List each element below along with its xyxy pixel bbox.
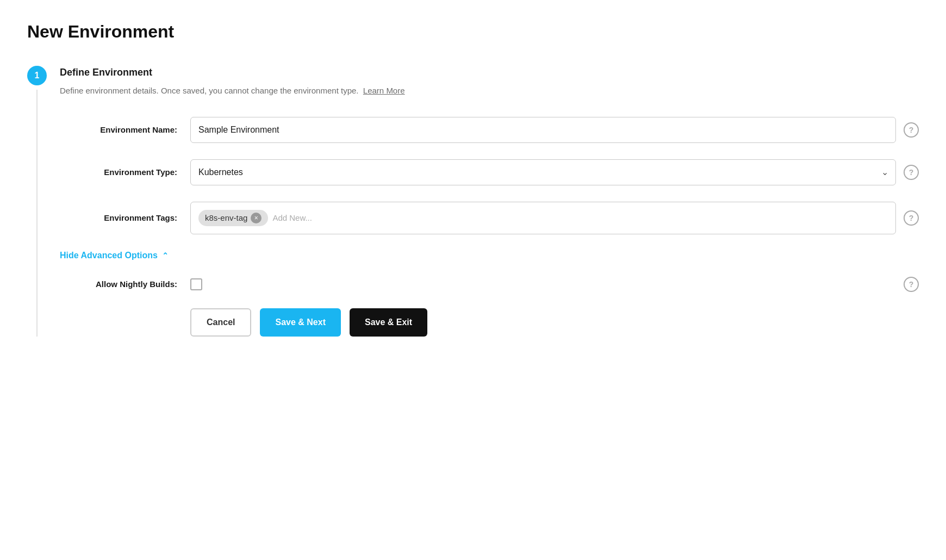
advanced-toggle-label: Hide Advanced Options [60,251,158,260]
cancel-button[interactable]: Cancel [190,308,251,337]
env-name-input[interactable] [190,117,896,143]
section-title: Define Environment [60,64,919,78]
nightly-builds-row: Allow Nightly Builds: ? [60,277,919,292]
env-tags-row: Environment Tags: k8s-env-tag × Add New.… [60,202,919,234]
chevron-up-icon: ⌃ [162,251,169,260]
env-name-help-icon[interactable]: ? [904,122,919,138]
nightly-builds-checkbox[interactable] [190,278,202,290]
step-circle: 1 [27,66,47,85]
page-title: New Environment [27,22,919,42]
nightly-builds-help-icon[interactable]: ? [904,277,919,292]
env-type-help-icon[interactable]: ? [904,165,919,180]
save-next-button[interactable]: Save & Next [260,308,341,337]
actions-row: Cancel Save & Next Save & Exit [60,308,919,337]
nightly-builds-checkbox-wrapper [190,278,202,290]
env-name-row: Environment Name: ? [60,117,919,143]
nightly-builds-label: Allow Nightly Builds: [60,279,190,289]
env-type-row: Environment Type: Kubernetes Docker Bare… [60,159,919,185]
tag-label: k8s-env-tag [205,213,247,222]
save-exit-button[interactable]: Save & Exit [350,308,427,337]
section-description: Define environment details. Once saved, … [60,85,919,97]
tag-add-placeholder: Add New... [272,213,312,222]
tag-remove-button[interactable]: × [251,213,262,223]
learn-more-link[interactable]: Learn More [363,86,405,95]
env-tags-input[interactable]: k8s-env-tag × Add New... [190,202,896,234]
env-tags-help-icon[interactable]: ? [904,210,919,226]
step-line [36,90,38,337]
env-name-label: Environment Name: [60,125,190,134]
env-tags-label: Environment Tags: [60,213,190,222]
tag-k8s-env-tag: k8s-env-tag × [198,210,268,226]
env-type-select[interactable]: Kubernetes Docker Bare Metal [190,159,896,185]
advanced-options-toggle[interactable]: Hide Advanced Options ⌃ [60,251,919,260]
env-type-label: Environment Type: [60,167,190,177]
advanced-section: Allow Nightly Builds: ? [60,277,919,292]
env-type-select-wrapper: Kubernetes Docker Bare Metal ⌄ [190,159,896,185]
